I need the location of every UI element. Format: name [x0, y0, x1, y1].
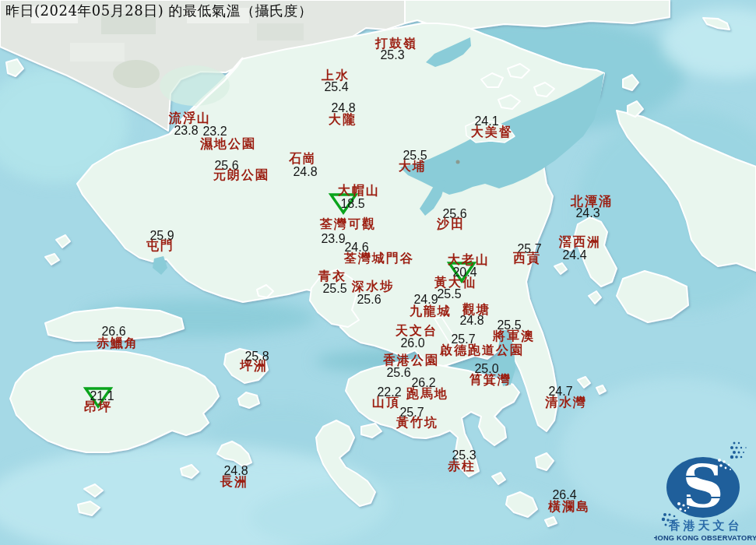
station-value: 25.5 [437, 288, 461, 301]
station-name: 大帽山 [338, 185, 380, 197]
station-value: 24.8 [293, 166, 317, 178]
station-name: 打鼓嶺 [375, 37, 417, 50]
station-name: 西貢 [513, 252, 541, 265]
station-name: 流浮山 [169, 112, 211, 125]
logo-halftone-dots-top-right [730, 442, 747, 459]
station-value: 23.9 [321, 233, 345, 245]
station-name: 上水 [322, 69, 350, 82]
stations-layer: 25.3打鼓嶺25.4上水24.8大隴23.8流浮山23.2濕地公園25.6元朗… [0, 0, 756, 545]
station-name: 大隴 [329, 114, 357, 126]
station-value: 26.0 [400, 337, 424, 350]
station-name: 清水灣 [545, 396, 587, 409]
weather-map-stage: 昨日(2024年05月28日) 的最低氣溫（攝氏度） 25.3打鼓嶺25.4上水… [0, 0, 756, 545]
logo-s-swirl: S [682, 453, 723, 520]
logo-text-chinese: 香港天文台 [668, 519, 743, 533]
logo-text-english: HONG KONG OBSERVATORY [654, 534, 756, 542]
station-name: 赤鱲角 [97, 337, 139, 350]
station-name: 赤柱 [448, 460, 476, 473]
station-value: 25.6 [357, 294, 381, 306]
station-name: 啟德跑道公園 [440, 344, 524, 357]
station-name: 坪洲 [240, 360, 268, 372]
station-name: 天文台 [396, 325, 438, 337]
map-title: 昨日(2024年05月28日) 的最低氣溫（攝氏度） [5, 2, 312, 20]
station-name: 黃竹坑 [396, 417, 438, 429]
station-name: 橫瀾島 [548, 501, 590, 513]
station-name: 長洲 [220, 476, 248, 488]
station-name: 大美督 [471, 126, 513, 139]
hko-logo-graphic: S 香港天文台 HONG KONG O [654, 438, 756, 545]
station-name: 濕地公園 [200, 138, 256, 150]
station-value: 24.4 [562, 249, 586, 262]
station-name: 觀塘 [462, 304, 491, 316]
station-name: 深水埗 [352, 280, 394, 293]
station-name: 滘西洲 [559, 236, 601, 248]
station-name: 跑馬地 [406, 388, 448, 400]
hko-logo: S 香港天文台 HONG KONG O [654, 438, 756, 545]
station-value: 18.5 [340, 198, 364, 210]
station-value: 25.3 [380, 49, 404, 62]
station-name: 大老山 [448, 254, 490, 266]
station-name: 石崗 [289, 153, 317, 165]
station-name: 元朗公園 [213, 169, 269, 181]
station-name: 屯門 [146, 240, 174, 252]
station-value: 23.8 [174, 125, 198, 137]
station-name: 筲箕灣 [469, 374, 512, 386]
station-name: 荃灣城門谷 [344, 252, 414, 265]
station-name: 將軍澳 [493, 330, 535, 343]
station-name: 九龍城 [410, 305, 452, 318]
station-value: 25.5 [322, 283, 346, 295]
station-name: 昂坪 [84, 401, 112, 413]
station-name: 青衣 [318, 270, 346, 283]
station-name: 黃大仙 [434, 276, 476, 289]
station-value: 25.6 [386, 367, 410, 379]
station-name: 大埔 [399, 160, 427, 173]
station-name: 山頂 [372, 396, 400, 409]
station-name: 北潭涌 [571, 195, 613, 208]
station-name: 荃灣可觀 [320, 218, 376, 230]
station-name: 沙田 [437, 218, 465, 230]
station-value: 25.4 [324, 81, 348, 93]
station-value: 24.3 [575, 207, 600, 220]
station-name: 香港公園 [383, 354, 439, 367]
